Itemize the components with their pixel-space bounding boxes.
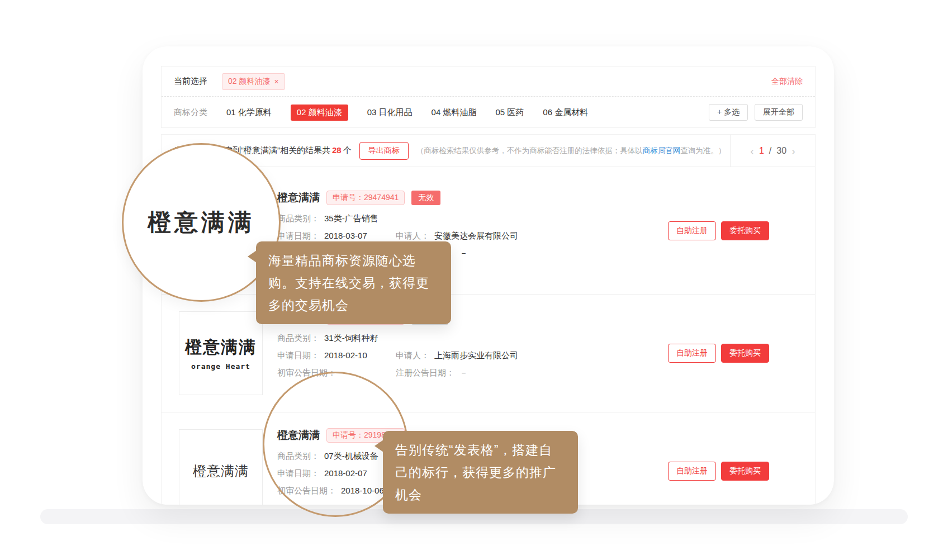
category-actions: + 多选 展开全部	[709, 104, 803, 121]
disclaimer-text: （商标检索结果仅供参考，不作为商标能否注册的法律依据；具体以商标局官网查询为准。…	[416, 146, 726, 156]
category-item-03[interactable]: 03 日化用品	[367, 107, 413, 118]
page-separator: /	[769, 146, 771, 156]
export-trademarks-button[interactable]: 导出商标	[359, 142, 409, 160]
results-header: 当前分类下检索到“橙意满满”相关的结果共28个 导出商标 （商标检索结果仅供参考…	[162, 135, 815, 167]
category-field-label: 商品类别：	[277, 333, 319, 344]
current-selection-row: 当前选择 02 颜料油漆 × 全部清除	[162, 67, 815, 97]
tooltip-arrow-icon	[375, 440, 383, 452]
trademark-logo-text: 橙意满满	[185, 336, 257, 359]
category-field-value: 35类-广告销售	[324, 213, 378, 224]
reg-notice-value: －	[459, 368, 468, 378]
apply-date-value: 2018-02-10	[324, 350, 367, 361]
trademark-image: 橙意满满 orange Heart	[179, 311, 263, 395]
expand-all-button[interactable]: 展开全部	[755, 104, 803, 121]
applicant-value: 安徽美达会展有限公司	[434, 231, 518, 241]
self-register-button[interactable]: 自助注册	[668, 462, 716, 481]
tooltip-marketplace: 海量精品商标资源随心选购。支持在线交易，获得更多的交易机会	[256, 241, 451, 324]
category-item-04[interactable]: 04 燃料油脂	[432, 107, 477, 118]
entrust-buy-button[interactable]: 委托购买	[721, 344, 769, 363]
status-badge: 无效	[411, 191, 440, 205]
multi-select-button[interactable]: + 多选	[709, 104, 748, 121]
apply-date-label: 申请日期：	[277, 350, 319, 361]
trademark-image: 橙意满满	[179, 429, 263, 505]
applicant-value: 上海雨步实业有限公司	[434, 350, 518, 361]
total-pages: 30	[776, 146, 786, 156]
pagination: ‹ 1 / 30 ›	[730, 135, 815, 167]
close-icon[interactable]: ×	[274, 78, 278, 86]
applicant-label: 申请人：	[396, 231, 429, 241]
tooltip-text: 海量精品商标资源随心选购。支持在线交易，获得更多的交易机会	[268, 253, 429, 312]
page: 当前选择 02 颜料油漆 × 全部清除 商标分类 01 化学原料 02 颜料油漆…	[0, 0, 948, 560]
row-actions: 自助注册 委托购买	[668, 462, 769, 481]
row-actions: 自助注册 委托购买	[668, 344, 769, 363]
apply-date-value: 2018-03-07	[324, 231, 367, 241]
selected-filter-tag-text: 02 颜料油漆	[228, 77, 270, 87]
category-item-01[interactable]: 01 化学原料	[226, 107, 272, 118]
results-count: 28	[330, 145, 343, 155]
current-selection-label: 当前选择	[174, 76, 207, 87]
magnified-trademark-text: 橙意满满	[148, 207, 255, 238]
category-item-02-active[interactable]: 02 颜料油漆	[291, 105, 348, 121]
category-field-label: 商品类别：	[277, 213, 319, 224]
selected-filter-tag[interactable]: 02 颜料油漆 ×	[222, 73, 285, 90]
row-actions: 自助注册 委托购买	[668, 221, 769, 240]
reg-notice-label: 注册公告日期：	[396, 368, 454, 378]
category-item-06[interactable]: 06 金属材料	[543, 107, 588, 118]
applicant-label: 申请人：	[396, 350, 429, 361]
category-label: 商标分类	[174, 107, 207, 118]
tooltip-arrow-icon	[248, 250, 257, 263]
entrust-buy-button[interactable]: 委托购买	[721, 221, 769, 240]
prev-page-icon[interactable]: ‹	[750, 145, 754, 156]
next-page-icon[interactable]: ›	[791, 145, 795, 156]
category-field-value: 31类-饲料种籽	[324, 333, 378, 344]
entrust-buy-button[interactable]: 委托购买	[721, 462, 769, 481]
filter-card: 当前选择 02 颜料油漆 × 全部清除 商标分类 01 化学原料 02 颜料油漆…	[161, 66, 816, 128]
trademark-logo-text: 橙意满满	[193, 462, 249, 480]
trademark-logo-subtext: orange Heart	[191, 362, 250, 371]
apply-date-label: 申请日期：	[277, 231, 319, 241]
trademark-office-link[interactable]: 商标局官网	[643, 146, 681, 155]
self-register-button[interactable]: 自助注册	[668, 344, 716, 363]
trademark-name[interactable]: 橙意满满	[277, 191, 320, 205]
reg-notice-value: －	[459, 248, 468, 259]
category-row: 商标分类 01 化学原料 02 颜料油漆 03 日化用品 04 燃料油脂 05 …	[162, 97, 815, 128]
self-register-button[interactable]: 自助注册	[668, 221, 716, 240]
category-item-05[interactable]: 05 医药	[495, 107, 524, 118]
tooltip-promotion: 告别传统“发表格”，搭建自己的标行，获得更多的推广机会	[383, 431, 578, 514]
tooltip-text: 告别传统“发表格”，搭建自己的标行，获得更多的推广机会	[395, 443, 556, 502]
current-page: 1	[759, 146, 764, 156]
application-number-tag: 申请号：29474941	[326, 191, 405, 205]
clear-all-button[interactable]: 全部清除	[771, 77, 803, 87]
